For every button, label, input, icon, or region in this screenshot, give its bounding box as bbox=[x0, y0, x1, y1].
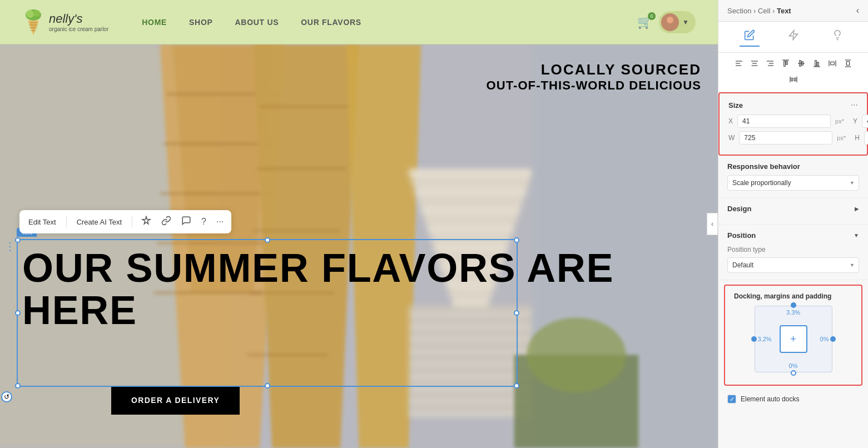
y-input[interactable] bbox=[862, 115, 868, 128]
hero-badge-line1: LOCALLY SOURCED bbox=[486, 61, 701, 78]
svg-marker-61 bbox=[789, 31, 797, 40]
website-preview: nelly's organic ice cream parlor HOME SH… bbox=[0, 0, 718, 448]
position-type-label: Position type bbox=[727, 246, 766, 253]
design-section: Design ▶ bbox=[718, 198, 868, 225]
space-evenly-button[interactable] bbox=[787, 73, 800, 87]
panel-header: Section › Cell › Text ‹ bbox=[718, 0, 868, 22]
w-input[interactable] bbox=[739, 131, 832, 145]
site-header: nelly's organic ice cream parlor HOME SH… bbox=[0, 0, 718, 44]
docking-handle-bottom[interactable] bbox=[791, 370, 796, 376]
cart-button[interactable]: 🛒 0 bbox=[637, 15, 652, 29]
lightbulb-icon bbox=[832, 29, 843, 41]
more-options-button[interactable]: ··· bbox=[215, 216, 225, 228]
docking-handle-right[interactable] bbox=[830, 336, 836, 342]
design-arrow: ▶ bbox=[855, 206, 859, 212]
right-panel: Section › Cell › Text ‹ bbox=[718, 0, 868, 448]
link-icon-button[interactable] bbox=[160, 215, 172, 229]
nav-flavors[interactable]: OUR FLAVORS bbox=[301, 18, 361, 27]
nav-shop[interactable]: SHOP bbox=[189, 18, 212, 27]
docking-section: Docking, margins and padding 3.3% 0% 0% … bbox=[724, 285, 862, 386]
distribute-h-button[interactable] bbox=[826, 57, 839, 71]
pencil-icon bbox=[744, 29, 755, 41]
user-button[interactable]: ▼ bbox=[659, 11, 696, 33]
help-icon-button[interactable]: ? bbox=[200, 216, 207, 228]
chevron-down-icon: ▼ bbox=[682, 18, 689, 26]
position-section: Position ▼ Position type Default Fixed S… bbox=[718, 225, 868, 280]
docking-inner-box[interactable]: + bbox=[780, 325, 807, 353]
tab-animation[interactable] bbox=[783, 27, 803, 47]
wh-row: W px* H bbox=[728, 131, 858, 145]
drag-indicator[interactable]: ⋮ bbox=[4, 240, 16, 253]
responsive-title: Responsive behavior bbox=[727, 162, 800, 171]
align-left-button[interactable] bbox=[732, 57, 746, 71]
valign-top-button[interactable] bbox=[779, 57, 792, 71]
position-title: Position bbox=[727, 231, 756, 240]
svg-rect-81 bbox=[817, 62, 819, 66]
docking-handle-left[interactable] bbox=[751, 336, 757, 342]
sparkle-icon bbox=[141, 216, 151, 226]
bolt-icon bbox=[788, 29, 799, 41]
docking-title: Docking, margins and padding bbox=[734, 292, 852, 300]
auto-docks-label: Element auto docks bbox=[741, 395, 799, 403]
hero-badge-line2: OUT-OF-THIS-WORLD DELICIOUS bbox=[486, 78, 701, 93]
valign-bottom-button[interactable] bbox=[810, 57, 824, 71]
svg-rect-45 bbox=[409, 336, 533, 342]
link-icon bbox=[161, 216, 171, 226]
edit-text-button[interactable]: Edit Text bbox=[26, 217, 58, 227]
svg-rect-25 bbox=[409, 168, 533, 178]
panel-collapse-button[interactable]: ‹ bbox=[707, 213, 718, 235]
position-header: Position ▼ bbox=[727, 231, 859, 240]
w-label: W bbox=[728, 134, 735, 142]
nav-home[interactable]: HOME bbox=[142, 18, 167, 27]
position-type-select[interactable]: Default Fixed Sticky bbox=[727, 257, 859, 273]
responsive-select-wrapper: Scale proportionally Fixed Fluid bbox=[727, 175, 859, 191]
toolbar-separator-1 bbox=[66, 216, 67, 227]
position-type-label-row: Position type bbox=[727, 244, 859, 254]
tab-settings[interactable] bbox=[827, 27, 847, 47]
svg-rect-29 bbox=[421, 206, 520, 215]
valign-mid-button[interactable] bbox=[795, 57, 808, 71]
docking-center-icon: + bbox=[790, 333, 796, 345]
comment-icon-button[interactable] bbox=[180, 215, 192, 229]
h-input[interactable] bbox=[864, 131, 868, 145]
ai-icon-button[interactable] bbox=[140, 215, 152, 229]
x-input[interactable] bbox=[737, 115, 831, 128]
size-section-header: Size ··· bbox=[728, 100, 858, 110]
align-center-button[interactable] bbox=[748, 57, 761, 71]
cta-button[interactable]: ORDER A DELIVERY bbox=[111, 386, 240, 415]
editor-area: ‹ nelly's organi bbox=[0, 0, 718, 448]
selection-toolbar: Edit Text Create AI Text bbox=[19, 210, 231, 233]
size-menu-button[interactable]: ··· bbox=[851, 100, 858, 110]
docking-handle-top[interactable] bbox=[791, 302, 796, 308]
create-ai-text-button[interactable]: Create AI Text bbox=[75, 217, 124, 227]
cart-badge: 0 bbox=[648, 12, 656, 20]
distribute-v-button[interactable] bbox=[841, 57, 855, 71]
breadcrumb-current: Text bbox=[777, 7, 791, 15]
logo-tagline: organic ice cream parlor bbox=[49, 26, 108, 32]
align-right-button[interactable] bbox=[763, 57, 777, 71]
nav-about[interactable]: ABOUT US bbox=[235, 18, 279, 27]
docking-left-val: 3.2% bbox=[758, 336, 772, 342]
svg-rect-28 bbox=[418, 197, 524, 206]
site-logo: nelly's organic ice cream parlor bbox=[22, 8, 108, 36]
svg-rect-32 bbox=[430, 234, 511, 243]
responsive-select[interactable]: Scale proportionally Fixed Fluid bbox=[727, 175, 859, 191]
hero-badge: LOCALLY SOURCED OUT-OF-THIS-WORLD DELICI… bbox=[486, 61, 701, 93]
docking-right-val: 0% bbox=[820, 336, 829, 342]
auto-docks-checkbox[interactable]: ✓ bbox=[727, 395, 736, 404]
svg-point-1 bbox=[26, 10, 34, 18]
svg-rect-75 bbox=[786, 61, 787, 64]
breadcrumb-sep-1: › bbox=[753, 7, 758, 15]
alignment-tools bbox=[718, 53, 868, 92]
h-label: H bbox=[855, 134, 860, 142]
panel-collapse-btn[interactable]: ‹ bbox=[856, 6, 859, 16]
position-arrow: ▼ bbox=[854, 232, 859, 238]
svg-rect-91 bbox=[794, 78, 796, 81]
size-section: Size ··· X px* Y px* W px* H bbox=[718, 92, 868, 156]
docking-bottom-val: 0% bbox=[789, 362, 798, 369]
svg-rect-46 bbox=[409, 342, 533, 349]
toolbar-separator-2 bbox=[132, 216, 132, 227]
svg-point-2 bbox=[33, 10, 40, 17]
tab-design[interactable] bbox=[740, 27, 760, 47]
breadcrumb-section: Section bbox=[727, 7, 751, 15]
